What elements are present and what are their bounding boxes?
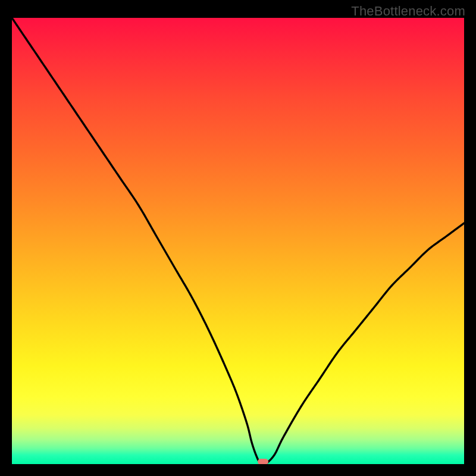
chart-container: TheBottleneck.com [0,0,476,476]
bottleneck-curve [12,18,464,464]
curve-svg [12,18,464,464]
plot-area [12,18,464,464]
watermark-text: TheBottleneck.com [351,4,465,19]
optimum-marker [258,459,268,464]
